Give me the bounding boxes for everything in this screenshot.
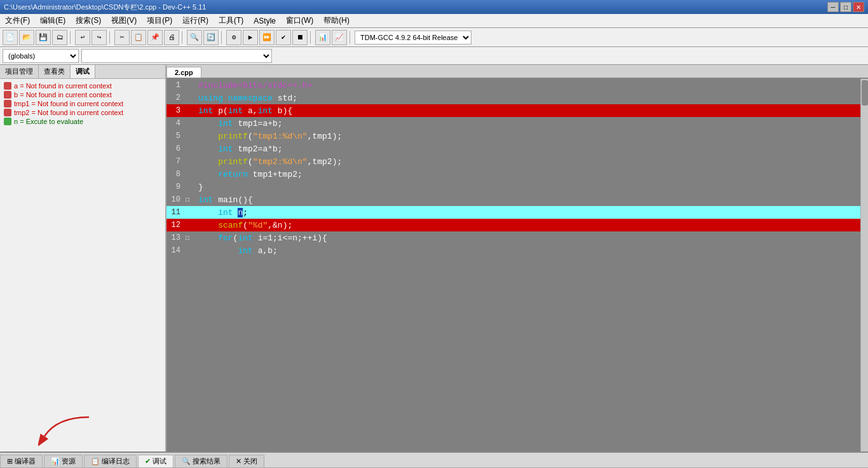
menu-window[interactable]: 窗口(W) (281, 14, 318, 27)
menu-view[interactable]: 视图(V) (106, 14, 142, 27)
main-area: 项目管理 查看类 调试 a = Not found in current con… (0, 65, 868, 451)
tab-debug[interactable]: 调试 (71, 65, 95, 78)
code-line-5: 5 printf("tmp1:%d\n",tmp1); (166, 130, 860, 142)
error-icon-b (4, 91, 11, 99)
code-lines: 1 #include<bits/stdc++.h> 2 using namesp… (166, 79, 860, 451)
tab-close[interactable]: ✕ 关闭 (229, 455, 264, 467)
tb-run[interactable]: ▶ (243, 30, 258, 45)
watch-a: a = Not found in current context (3, 81, 163, 90)
left-panel-tabs: 项目管理 查看类 调试 (0, 65, 165, 79)
menu-file[interactable]: 文件(F) (0, 14, 35, 27)
menu-project[interactable]: 项目(P) (142, 14, 177, 27)
tb-redo[interactable]: ↪ (92, 30, 107, 45)
bottom-tabs: ⊞ 编译器 📊 资源 📋 编译日志 ✔ 调试 🔍 搜索结果 ✕ 关闭 (0, 453, 868, 468)
watch-tmp1-text: tmp1 = Not found in current context (14, 100, 123, 107)
menu-edit[interactable]: 编辑(E) (35, 14, 71, 27)
error-icon-a (4, 82, 11, 90)
maximize-button[interactable]: □ (840, 2, 851, 12)
code-line-6: 6 int tmp2=a*b; (166, 142, 860, 155)
tab-debug-panel[interactable]: ✔ 调试 (138, 455, 173, 467)
code-line-1: 1 #include<bits/stdc++.h> (166, 79, 860, 92)
window-title: C:\Users\Administrator\Desktop\CSDN专栏\2.… (4, 3, 827, 12)
watch-n-text: n = Excute to evaluate (14, 118, 83, 125)
watch-b-text: b = Not found in current context (14, 91, 112, 99)
watch-tmp1: tmp1 = Not found in current context (3, 99, 163, 108)
tb-stop[interactable]: ⏹ (292, 30, 308, 45)
code-line-14: 14 int a,b; (166, 244, 860, 257)
tb-save[interactable]: 💾 (36, 30, 51, 45)
menu-bar: 文件(F) 编辑(E) 搜索(S) 视图(V) 项目(P) 运行(R) 工具(T… (0, 14, 868, 28)
tab-compile-log[interactable]: 📋 编译日志 (84, 455, 137, 467)
editor-scrollbar[interactable] (860, 79, 868, 451)
debug-arrow-annotation (38, 411, 95, 449)
error-icon-tmp1 (4, 100, 11, 107)
code-editor[interactable]: 1 #include<bits/stdc++.h> 2 using namesp… (166, 79, 868, 451)
tab-resources[interactable]: 📊 资源 (44, 455, 83, 467)
compiler-selector[interactable]: TDM-GCC 4.9.2 64-bit Release (355, 31, 471, 45)
tb-copy[interactable]: 📋 (131, 30, 146, 45)
tb-new[interactable]: 📄 (3, 30, 18, 45)
code-line-13: 13 □ for(int i=1;i<=n;++i){ (166, 231, 860, 244)
watch-a-text: a = Not found in current context (14, 82, 112, 90)
left-panel: 项目管理 查看类 调试 a = Not found in current con… (0, 65, 166, 451)
watch-tmp2: tmp2 = Not found in current context (3, 108, 163, 117)
bottom-panel: ⊞ 编译器 📊 资源 📋 编译日志 ✔ 调试 🔍 搜索结果 ✕ 关闭 (0, 451, 868, 468)
editor-area: 2.cpp 1 #include<bits/stdc++.h> 2 using … (166, 65, 868, 451)
error-icon-tmp2 (4, 109, 11, 116)
menu-tools[interactable]: 工具(T) (214, 14, 248, 27)
title-bar: C:\Users\Administrator\Desktop\CSDN专栏\2.… (0, 0, 868, 14)
code-line-3: 3 int p(int a,int b){ (166, 104, 860, 117)
tb-cut[interactable]: ✂ (114, 30, 130, 45)
file-tab-2cpp[interactable]: 2.cpp (166, 67, 201, 78)
tb-replace[interactable]: 🔄 (203, 30, 219, 45)
tb-open[interactable]: 📂 (19, 30, 34, 45)
tb-compile-run[interactable]: ⏩ (259, 30, 275, 45)
watch-b: b = Not found in current context (3, 90, 163, 99)
code-line-7: 7 printf("tmp2:%d\n",tmp2); (166, 155, 860, 168)
symbol-selector[interactable] (81, 49, 272, 63)
tb-print[interactable]: 🖨 (164, 30, 179, 45)
main-toolbar: 📄 📂 💾 🗂 ↩ ↪ ✂ 📋 📌 🖨 🔍 🔄 ⚙ ▶ ⏩ ✔ ⏹ 📊 📈 TD… (0, 28, 868, 47)
tab-project-manager[interactable]: 项目管理 (0, 65, 39, 78)
tb-paste[interactable]: 📌 (147, 30, 163, 45)
menu-astyle[interactable]: AStyle (248, 14, 281, 27)
code-line-10: 10 □ int main(){ (166, 193, 860, 206)
code-line-2: 2 using namespace std; (166, 92, 860, 104)
menu-run[interactable]: 运行(R) (177, 14, 214, 27)
tab-compiler[interactable]: ⊞ 编译器 (0, 455, 43, 467)
tb-profile[interactable]: 📈 (332, 30, 347, 45)
watch-tmp2-text: tmp2 = Not found in current context (14, 109, 123, 116)
close-button[interactable]: ✕ (853, 2, 864, 12)
tb-debug[interactable]: 📊 (315, 30, 330, 45)
tb-check[interactable]: ✔ (276, 30, 291, 45)
menu-help[interactable]: 帮助(H) (318, 14, 355, 27)
minimize-button[interactable]: ─ (827, 2, 839, 12)
tb-compile[interactable]: ⚙ (226, 30, 241, 45)
code-line-4: 4 int tmp1=a+b; (166, 117, 860, 130)
tb-find[interactable]: 🔍 (187, 30, 202, 45)
tab-class-view[interactable]: 查看类 (39, 65, 71, 78)
code-line-9: 9 } (166, 181, 860, 193)
globals-selector[interactable]: (globals) (3, 49, 79, 63)
watch-n: n = Excute to evaluate (3, 117, 163, 126)
tb-undo[interactable]: ↩ (75, 30, 90, 45)
debug-watch-list: a = Not found in current context b = Not… (0, 79, 165, 404)
code-line-11: 11 int n; (166, 206, 860, 219)
code-line-12: 12 scanf("%d",&n); (166, 219, 860, 231)
window-controls: ─ □ ✕ (827, 2, 864, 12)
file-tabs: 2.cpp (166, 65, 868, 79)
tab-search-results[interactable]: 🔍 搜索结果 (175, 455, 227, 467)
code-line-8: 8 return tmp1+tmp2; (166, 168, 860, 181)
tb-save-all[interactable]: 🗂 (52, 30, 67, 45)
secondary-toolbar: (globals) (0, 47, 868, 65)
ok-icon-n (4, 118, 11, 125)
menu-search[interactable]: 搜索(S) (71, 14, 106, 27)
